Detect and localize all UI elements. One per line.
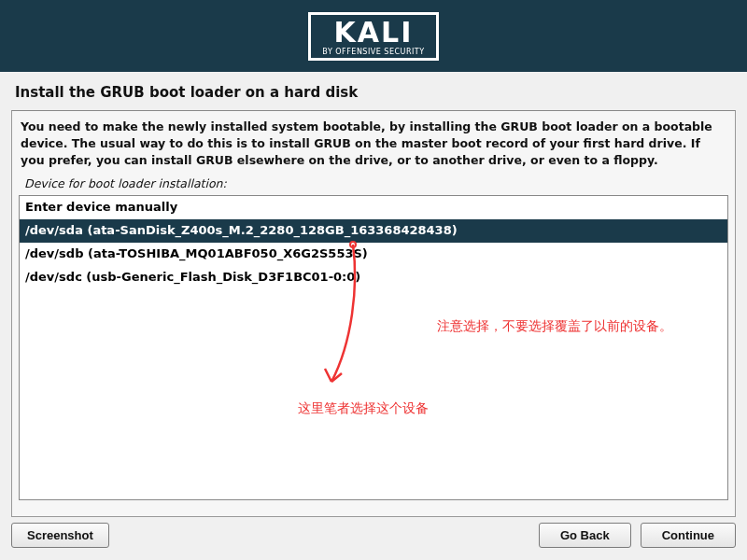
device-list[interactable]: Enter device manually/dev/sda (ata-SanDi…: [19, 195, 728, 500]
content-frame: You need to make the newly installed sys…: [11, 110, 736, 517]
go-back-button[interactable]: Go Back: [539, 523, 631, 548]
logo-subtitle: BY OFFENSIVE SECURITY: [322, 48, 424, 56]
instruction-text: You need to make the newly installed sys…: [19, 119, 728, 175]
logo-title: KALI: [322, 19, 424, 47]
screenshot-button[interactable]: Screenshot: [11, 523, 109, 548]
device-option[interactable]: /dev/sdb (ata-TOSHIBA_MQ01ABF050_X6G2S55…: [20, 243, 727, 266]
installer-header: KALI BY OFFENSIVE SECURITY: [0, 0, 747, 72]
page-title: Install the GRUB boot loader on a hard d…: [0, 72, 747, 110]
kali-logo: KALI BY OFFENSIVE SECURITY: [308, 12, 438, 61]
button-bar: Screenshot Go Back Continue: [0, 517, 747, 560]
device-option[interactable]: Enter device manually: [20, 196, 727, 219]
device-option[interactable]: /dev/sdc (usb-Generic_Flash_Disk_D3F1BC0…: [20, 266, 727, 289]
device-field-label: Device for boot loader installation:: [19, 175, 728, 195]
continue-button[interactable]: Continue: [641, 523, 736, 548]
device-option[interactable]: /dev/sda (ata-SanDisk_Z400s_M.2_2280_128…: [20, 219, 727, 243]
